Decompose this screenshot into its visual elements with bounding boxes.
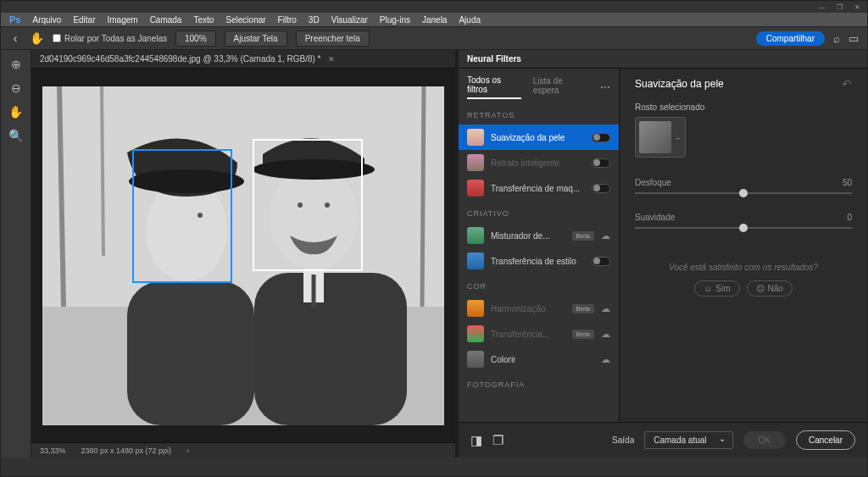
zoom-in-icon[interactable]: ⊕: [8, 57, 24, 72]
toggle-switch[interactable]: [592, 257, 610, 266]
group-portraits: RETRATOS: [467, 111, 610, 119]
smile-icon: ☺: [704, 284, 712, 293]
yes-button[interactable]: ☺Sim: [694, 280, 739, 297]
back-icon[interactable]: ‹: [9, 32, 21, 44]
smooth-label: Suavidade: [635, 213, 675, 222]
face-selection-2[interactable]: [253, 139, 363, 271]
filter-landscape-mixer[interactable]: Misturador de... Beta ☁: [467, 223, 610, 248]
no-button[interactable]: ☹Não: [747, 280, 793, 297]
menu-image[interactable]: Imagem: [108, 15, 138, 25]
toggle-switch[interactable]: [592, 133, 610, 142]
document-area: 2d04190c969c46d58a3fc244548698de.jpg @ 3…: [31, 50, 455, 458]
menu-help[interactable]: Ajuda: [459, 15, 481, 25]
group-creative: CRIATIVO: [467, 209, 610, 218]
cancel-button[interactable]: Cancelar: [796, 430, 855, 450]
cloud-icon[interactable]: ☁: [601, 354, 610, 365]
minimize-icon[interactable]: —: [818, 3, 825, 11]
tool-column: ⊕ ⊖ ✋ 🔍: [1, 50, 31, 458]
smooth-slider[interactable]: [635, 227, 852, 229]
menu-filter[interactable]: Filtro: [278, 15, 297, 25]
workspace-icon[interactable]: ▭: [849, 32, 859, 45]
panel-footer: ◨ ❐ Saída Camada atual OK Cancelar: [459, 422, 867, 458]
filter-harmonization[interactable]: Harmonização Beta ☁: [467, 296, 610, 321]
blur-label: Desfoque: [635, 178, 671, 187]
toggle-switch[interactable]: [592, 158, 610, 168]
status-zoom: 33,33%: [40, 446, 66, 455]
menu-view[interactable]: Visualizar: [331, 15, 368, 25]
close-icon[interactable]: ✕: [854, 3, 860, 11]
face-select-label: Rosto selecionado: [635, 103, 852, 112]
filter-icon: [467, 325, 484, 342]
filter-icon: [467, 252, 484, 269]
more-icon[interactable]: ⋯: [600, 81, 610, 93]
chevron-down-icon: ⌄: [675, 133, 682, 141]
blur-slider[interactable]: [635, 192, 852, 194]
zoom-out-icon[interactable]: ⊖: [8, 80, 24, 96]
filter-makeup-transfer[interactable]: Transferência de maq...: [467, 175, 610, 201]
fill-screen-button[interactable]: Preencher tela: [296, 31, 370, 47]
filter-color-transfer[interactable]: Transferência... Beta ☁: [467, 321, 610, 347]
output-dropdown[interactable]: Camada atual: [644, 431, 732, 449]
blur-value: 50: [843, 178, 852, 187]
maximize-icon[interactable]: ❐: [837, 3, 843, 11]
menu-window[interactable]: Janela: [422, 15, 447, 25]
canvas[interactable]: [31, 69, 455, 442]
filter-skin-smoothing[interactable]: Suavização da pele: [459, 125, 619, 150]
toggle-switch[interactable]: [592, 184, 610, 193]
face-thumbnail: [639, 121, 671, 153]
frown-icon: ☹: [756, 284, 765, 293]
smooth-value: 0: [847, 213, 852, 222]
status-bar: 33,33% 2380 px x 1480 px (72 ppi) ›: [31, 442, 455, 458]
menu-edit[interactable]: Editar: [73, 15, 95, 25]
document-tabs: 2d04190c969c46d58a3fc244548698de.jpg @ 3…: [31, 50, 455, 69]
cloud-icon[interactable]: ☁: [601, 230, 610, 241]
tab-close-icon[interactable]: ✕: [328, 55, 335, 64]
menu-file[interactable]: Arquivo: [32, 15, 61, 25]
hand-tool-icon[interactable]: ✋: [30, 31, 44, 45]
magnify-icon[interactable]: 🔍: [8, 128, 24, 143]
menu-text[interactable]: Texto: [193, 15, 214, 25]
cloud-icon[interactable]: ☁: [601, 303, 610, 314]
menu-select[interactable]: Selecionar: [225, 15, 265, 25]
layers-icon[interactable]: ❐: [492, 433, 504, 448]
cloud-icon[interactable]: ☁: [601, 329, 610, 340]
status-dims: 2380 px x 1480 px (72 ppi): [81, 446, 172, 455]
search-icon[interactable]: ⌕: [833, 32, 840, 45]
filter-colorize[interactable]: Colorir ☁: [467, 347, 610, 372]
filter-icon: [467, 300, 484, 317]
menu-bar: Ps Arquivo Editar Imagem Camada Texto Se…: [1, 13, 867, 26]
hand-icon[interactable]: ✋: [8, 104, 24, 119]
filter-icon: [467, 227, 484, 244]
filter-settings: Suavização da pele ↶ Rosto selecionado ⌄…: [620, 69, 867, 422]
svg-rect-7: [127, 281, 254, 425]
scroll-all-checkbox[interactable]: Rolar por Todas as Janelas: [53, 34, 167, 43]
menu-3d[interactable]: 3D: [309, 15, 320, 25]
filter-smart-portrait[interactable]: Retrato inteligente: [467, 150, 610, 175]
menu-layer[interactable]: Camada: [150, 15, 182, 25]
window-controls: — ❐ ✕: [818, 3, 860, 11]
face-selection-1[interactable]: [132, 149, 232, 283]
filter-icon: [467, 129, 484, 146]
group-color: COR: [467, 282, 610, 291]
fit-screen-button[interactable]: Ajustar Tela: [225, 31, 287, 47]
settings-title: Suavização da pele: [635, 78, 724, 90]
menu-plugins[interactable]: Plug-ins: [380, 15, 410, 25]
svg-line-3: [102, 86, 103, 256]
tab-all-filters[interactable]: Todos os filtros: [467, 75, 521, 99]
group-photography: FOTOGRAFIA: [467, 380, 610, 389]
ok-button[interactable]: OK: [743, 431, 786, 449]
zoom-level[interactable]: 100%: [175, 31, 216, 47]
options-bar: ‹ ✋ Rolar por Todas as Janelas 100% Ajus…: [1, 26, 867, 50]
preview-icon[interactable]: ◨: [470, 433, 482, 448]
filter-icon: [467, 154, 484, 171]
filter-style-transfer[interactable]: Transferência de estilo: [467, 248, 610, 274]
reset-icon[interactable]: ↶: [842, 77, 852, 91]
neural-filters-panel: Neural Filters Todos os filtros Lista de…: [459, 50, 867, 458]
output-label: Saída: [612, 435, 634, 445]
tab-waitlist[interactable]: Lista de espera: [533, 76, 588, 98]
face-selector[interactable]: ⌄: [635, 117, 686, 158]
share-button[interactable]: Compartilhar: [756, 31, 825, 46]
filter-list: Todos os filtros Lista de espera ⋯ RETRA…: [459, 69, 620, 422]
svg-line-4: [422, 86, 424, 307]
document-tab[interactable]: 2d04190c969c46d58a3fc244548698de.jpg @ 3…: [31, 51, 343, 67]
